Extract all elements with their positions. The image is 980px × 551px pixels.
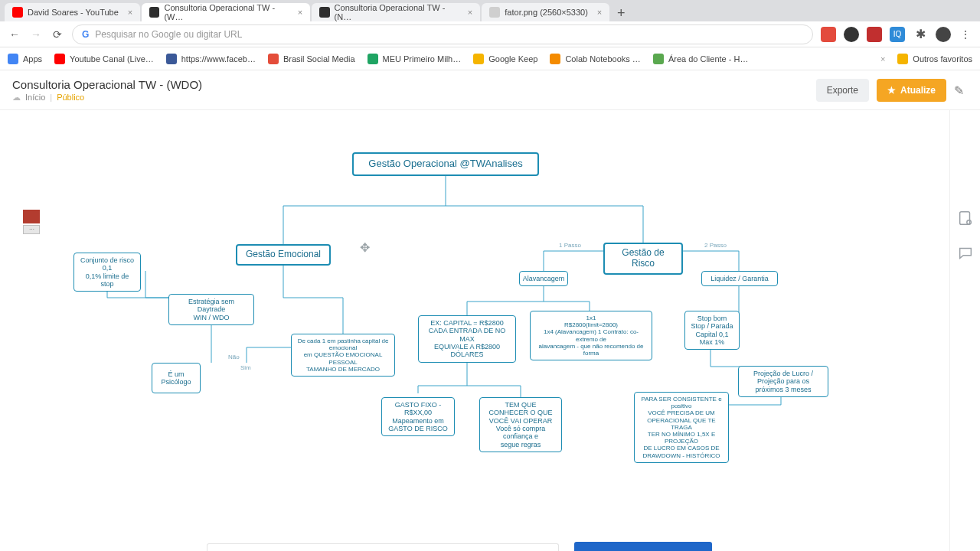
cloud-icon: ☁: [12, 93, 21, 103]
social-icon: [268, 54, 279, 64]
notes-icon[interactable]: [957, 210, 974, 227]
node-decada[interactable]: De cada 1 em pastinha capital de emocion…: [291, 334, 395, 377]
thumbnail-widget[interactable]: ⋯: [23, 210, 41, 236]
mindmap-icon: [319, 7, 329, 18]
node-estrategia[interactable]: Estratégia sem Daytrade WIN / WDO: [168, 294, 254, 325]
app-header: Consultoria Operacional TW - (WDO) ☁ Iní…: [0, 70, 980, 110]
colab-icon: [550, 54, 560, 64]
bookmark-apps[interactable]: Apps: [8, 54, 42, 64]
bookmark-keep[interactable]: Google Keep: [473, 54, 537, 64]
ext-icon-2[interactable]: [844, 27, 859, 42]
node-lote[interactable]: 1x1 R$2800(limit=2800) 1x4 (Alavancagem)…: [530, 311, 652, 360]
mindmap-icon: [149, 7, 159, 18]
omnibox[interactable]: G Pesquisar no Google ou digitar URL: [72, 24, 813, 44]
forward-icon[interactable]: →: [29, 28, 43, 41]
tab-label: David Soares - YouTube: [28, 8, 119, 17]
node-confianca[interactable]: TEM QUE CONHECER O QUE VOCÊ VAI OPERAR V…: [479, 397, 562, 452]
kebab-icon[interactable]: ⋮: [959, 28, 972, 41]
bookmark-colab[interactable]: Colab Notebooks …: [550, 54, 640, 64]
breadcrumb-home[interactable]: Início: [25, 93, 45, 102]
facebook-icon: [166, 54, 177, 64]
keep-icon: [473, 54, 484, 64]
youtube-icon: [54, 54, 65, 64]
bookmark-other[interactable]: Outros favoritos: [897, 54, 972, 64]
close-icon[interactable]: ×: [128, 8, 132, 17]
node-gestao-emocional[interactable]: Gestão Emocional: [236, 244, 331, 266]
leaf-icon: [653, 54, 664, 64]
image-icon: [489, 7, 500, 18]
right-rail: [949, 110, 980, 551]
tab-image[interactable]: fator.png (2560×5330) ×: [482, 3, 609, 21]
sheets-icon: [368, 54, 378, 64]
browser-tabstrip: David Soares - YouTube × Consultoria Ope…: [0, 0, 980, 21]
comment-icon[interactable]: [957, 245, 974, 262]
folder-icon: [897, 54, 908, 64]
close-icon[interactable]: ×: [298, 8, 302, 17]
bookmark-youtube[interactable]: Youtube Canal (Live…: [54, 54, 154, 64]
node-consistente[interactable]: PARA SER CONSISTENTE e positivo VOCÊ PRE…: [634, 392, 729, 463]
svg-rect-37: [959, 212, 969, 225]
bookmark-social[interactable]: Brasil Social Media: [268, 54, 355, 64]
label-nao: Não: [228, 354, 240, 360]
close-bm-icon[interactable]: ×: [880, 54, 885, 64]
bottom-panel-button[interactable]: [574, 542, 712, 551]
bookmark-facebook[interactable]: https://www.faceb…: [166, 54, 256, 64]
omnibox-placeholder: Pesquisar no Google ou digitar URL: [95, 29, 242, 40]
move-cursor-icon: ✥: [360, 240, 370, 255]
apps-icon: [8, 54, 18, 64]
node-root[interactable]: Gestão Operacional @TWAnalises: [352, 152, 539, 176]
diagram-canvas[interactable]: Gestão Operacional @TWAnalises Gestão Em…: [0, 110, 980, 551]
tab-label: fator.png (2560×5330): [505, 8, 588, 17]
ext-icon-iq[interactable]: IQ: [890, 27, 905, 42]
thumbnail-icon: [23, 210, 40, 223]
node-liquidez[interactable]: Liquidez / Garantia: [701, 271, 778, 286]
node-conjunto-risco[interactable]: Conjunto de risco 0,1 0,1% limite de sto…: [74, 253, 141, 292]
edit-icon[interactable]: ✎: [954, 83, 968, 97]
label-sim: Sim: [240, 364, 251, 371]
upgrade-button[interactable]: ★ Atualize: [877, 79, 946, 102]
ext-icon-1[interactable]: [821, 27, 836, 42]
bottom-panel-left[interactable]: [207, 543, 559, 551]
bookmark-area[interactable]: Área do Cliente - H…: [653, 54, 749, 64]
close-icon[interactable]: ×: [597, 8, 602, 17]
address-bar: ← → ⟳ G Pesquisar no Google ou digitar U…: [0, 21, 980, 47]
node-gasto[interactable]: GASTO FIXO - R$XX,00 Mapeamento em GASTO…: [381, 397, 455, 436]
node-gestao-risco[interactable]: Gestão de Risco: [603, 243, 683, 275]
visibility-badge[interactable]: Público: [57, 93, 84, 102]
tab-label: Consultoria Operacional TW - (N…: [335, 3, 459, 21]
profile-avatar[interactable]: [936, 27, 951, 42]
export-button[interactable]: Exporte: [816, 79, 869, 102]
node-stop[interactable]: Stop bom Stop / Parada Capital 0,1 Max 1…: [684, 311, 740, 350]
page-title: Consultoria Operacional TW - (WDO): [12, 78, 202, 91]
tab-consultoria-1[interactable]: Consultoria Operacional TW - (W… ×: [142, 3, 310, 21]
tab-label: Consultoria Operacional TW - (W…: [164, 3, 288, 21]
tab-youtube[interactable]: David Soares - YouTube ×: [5, 3, 140, 21]
ext-icon-3[interactable]: [867, 27, 882, 42]
label-2-passo: 2 Passo: [704, 242, 727, 249]
label-1-passo: 1 Passo: [559, 242, 581, 249]
youtube-icon: [12, 7, 23, 18]
reload-icon[interactable]: ⟳: [51, 28, 64, 41]
extensions-icon[interactable]: ✱: [913, 27, 928, 42]
new-tab-button[interactable]: +: [611, 5, 631, 21]
star-icon: ★: [887, 85, 896, 96]
node-projecao[interactable]: Projeção de Lucro / Projeção para os pró…: [738, 366, 828, 397]
node-exemplo-capital[interactable]: EX: CAPITAL = R$2800 CADA ENTRADA DE NO …: [418, 315, 516, 363]
tab-consultoria-2[interactable]: Consultoria Operacional TW - (N… ×: [312, 3, 480, 21]
google-icon: G: [82, 29, 89, 40]
back-icon[interactable]: ←: [8, 28, 21, 41]
close-icon[interactable]: ×: [468, 8, 472, 17]
node-alavancagem[interactable]: Alavancagem: [519, 271, 568, 286]
node-psicologo[interactable]: É um Psicólogo: [152, 363, 201, 393]
thumbnail-label: ⋯: [23, 225, 40, 234]
bookmark-sheets[interactable]: MEU Primeiro Milh…: [368, 54, 462, 64]
bookmarks-bar: Apps Youtube Canal (Live… https://www.fa…: [0, 47, 980, 70]
